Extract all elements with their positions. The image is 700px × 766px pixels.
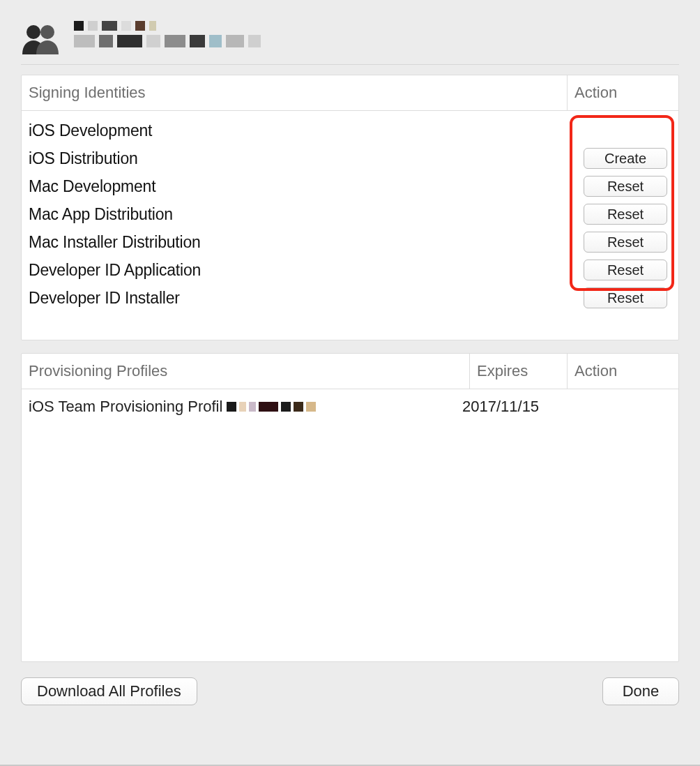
col-action[interactable]: Action: [567, 75, 678, 110]
reset-button[interactable]: Reset: [584, 204, 667, 225]
signing-identity-row: iOS Distribution Create: [29, 144, 671, 172]
provisioning-profile-row: iOS Team Provisioning Profil 2017/11/15: [29, 393, 671, 420]
svg-point-0: [26, 25, 40, 39]
signing-identities-panel: Signing Identities Action iOS Developmen…: [21, 75, 679, 340]
profile-expires: 2017/11/15: [462, 398, 560, 416]
signing-identity-row: Mac Development Reset: [29, 172, 671, 200]
signing-identity-name: Mac Installer Distribution: [29, 233, 560, 252]
profile-name-text: iOS Team Provisioning Profil: [29, 398, 222, 416]
done-button[interactable]: Done: [602, 677, 679, 705]
col-signing-identities[interactable]: Signing Identities: [22, 75, 567, 110]
col-action-profiles[interactable]: Action: [567, 354, 678, 389]
signing-identity-row: Mac App Distribution Reset: [29, 200, 671, 228]
provisioning-profiles-panel: Provisioning Profiles Expires Action iOS…: [21, 353, 679, 662]
team-name-area: [74, 21, 261, 52]
svg-point-1: [40, 25, 54, 39]
profile-name: iOS Team Provisioning Profil: [29, 398, 462, 416]
signing-identity-row: Mac Installer Distribution Reset: [29, 228, 671, 256]
reset-button[interactable]: Reset: [584, 287, 667, 308]
signing-identity-name: iOS Development: [29, 121, 560, 140]
signing-identity-row: Developer ID Application Reset: [29, 256, 671, 284]
signing-identity-name: Mac App Distribution: [29, 205, 560, 224]
signing-identity-row: Developer ID Installer Reset: [29, 284, 671, 312]
create-button[interactable]: Create: [584, 148, 667, 169]
col-provisioning-profiles[interactable]: Provisioning Profiles: [22, 354, 469, 389]
signing-identity-name: Developer ID Application: [29, 261, 560, 280]
team-header: [21, 21, 679, 65]
team-icon: [21, 21, 64, 57]
signing-identity-name: Developer ID Installer: [29, 289, 560, 308]
download-all-profiles-button[interactable]: Download All Profiles: [21, 677, 197, 705]
signing-identity-row: iOS Development: [29, 117, 671, 144]
col-expires[interactable]: Expires: [469, 354, 567, 389]
reset-button[interactable]: Reset: [584, 176, 667, 197]
signing-identity-name: Mac Development: [29, 177, 560, 196]
reset-button[interactable]: Reset: [584, 232, 667, 253]
signing-identity-name: iOS Distribution: [29, 149, 560, 168]
reset-button[interactable]: Reset: [584, 260, 667, 280]
